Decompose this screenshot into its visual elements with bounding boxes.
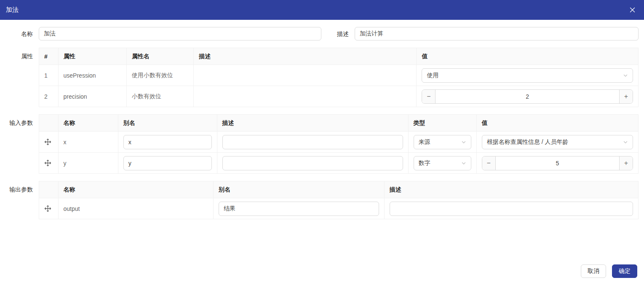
table-row: 2 precision 小数有效位 − + [39,86,639,107]
table-row: y 数字 [39,153,639,174]
desc-input[interactable] [390,202,633,216]
row-index: 1 [39,65,59,86]
use-precision-select-value: 使用 [427,72,438,79]
output-params-table: 名称 别名 描述 output [39,181,639,219]
col-type: 类型 [408,115,476,132]
attributes-section: 属性 # 属性 属性名 描述 值 1 u [0,48,639,107]
attr-name-cell: usePression [58,65,126,86]
minus-button[interactable]: − [422,90,436,103]
use-precision-select[interactable]: 使用 [422,68,633,83]
dialog-titlebar: 加法 [0,0,644,20]
attr-label-cell: 使用小数有效位 [126,65,193,86]
type-select-value: 数字 [419,159,430,167]
dialog-title: 加法 [6,6,19,14]
value-stepper[interactable]: − + [482,156,633,170]
name-input[interactable] [39,27,321,40]
attr-name-cell: precision [58,86,126,107]
dialog-footer: 取消 确定 [581,264,637,278]
col-attr-name: 属性名 [126,48,193,65]
minus-button[interactable]: − [482,156,496,170]
row-index: 2 [39,86,59,107]
param-name-cell: output [58,198,214,219]
attr-desc-cell [194,65,417,86]
value-select-value: 根据名称查属性信息 / 人员年龄 [487,138,569,146]
attributes-table: # 属性 属性名 描述 值 1 usePression 使用小数有效位 [39,48,639,107]
table-row: 1 usePression 使用小数有效位 使用 [39,65,639,86]
value-select[interactable]: 根据名称查属性信息 / 人员年龄 [482,135,633,149]
addition-dialog: 加法 名称 描述 属性 # 属性 属性名 [0,0,644,283]
close-icon[interactable] [627,5,637,15]
desc-input[interactable] [222,135,403,149]
cancel-button[interactable]: 取消 [581,264,606,278]
col-alias: 别名 [214,181,385,198]
type-select[interactable]: 来源 [414,135,471,149]
dialog-body: 名称 描述 属性 # 属性 属性名 描述 值 [0,20,644,219]
drag-handle-icon[interactable] [44,138,51,146]
precision-stepper[interactable]: − + [422,89,633,104]
chevron-down-icon [623,140,628,145]
input-params-section-label: 输入参数 [0,114,33,131]
col-drag [39,181,59,198]
table-row: x 来源 [39,132,639,153]
param-name-cell: x [58,132,118,153]
type-select-value: 来源 [419,138,430,146]
plus-button[interactable]: + [619,156,633,170]
col-value: 值 [417,48,639,65]
table-row: output [39,198,639,219]
col-name: 名称 [58,181,214,198]
attributes-section-label: 属性 [0,48,33,65]
drag-handle-icon[interactable] [44,159,51,167]
attr-label-cell: 小数有效位 [126,86,193,107]
desc-label: 描述 [337,27,349,40]
chevron-down-icon [461,161,466,166]
plus-button[interactable]: + [619,90,633,103]
col-value: 值 [476,115,638,132]
chevron-down-icon [623,73,628,78]
name-label: 名称 [0,27,33,40]
attributes-header-row: # 属性 属性名 描述 值 [39,48,639,65]
col-name: 名称 [58,115,118,132]
param-name-cell: y [58,153,118,174]
input-params-table: 名称 别名 描述 类型 值 x [39,114,639,174]
alias-input[interactable] [219,202,379,216]
drag-handle-icon[interactable] [44,205,51,212]
attr-desc-cell [194,86,417,107]
output-params-header-row: 名称 别名 描述 [39,181,639,198]
col-alias: 别名 [118,115,217,132]
desc-input[interactable] [355,27,639,40]
input-params-header-row: 名称 别名 描述 类型 值 [39,115,639,132]
chevron-down-icon [461,140,466,145]
col-index: # [39,48,59,65]
name-desc-row: 名称 描述 [0,27,639,40]
col-desc: 描述 [194,48,417,65]
output-params-section: 输出参数 名称 别名 描述 [0,181,639,219]
col-desc: 描述 [217,115,408,132]
alias-input[interactable] [123,156,212,170]
col-attr: 属性 [58,48,126,65]
output-params-section-label: 输出参数 [0,181,33,198]
desc-input[interactable] [222,156,403,170]
type-select[interactable]: 数字 [414,156,471,170]
confirm-button[interactable]: 确定 [612,264,637,278]
value-number-input[interactable] [496,156,619,170]
col-drag [39,115,59,132]
input-params-section: 输入参数 名称 别名 描述 类型 值 [0,114,639,174]
precision-value-input[interactable] [436,90,619,103]
alias-input[interactable] [123,135,212,149]
col-desc: 描述 [384,181,638,198]
